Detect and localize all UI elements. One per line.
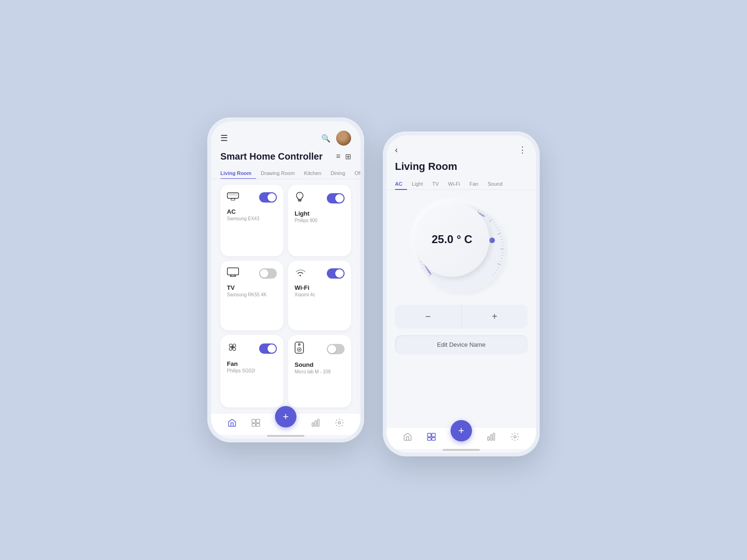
device-card-wifi: Wi-Fi Xiaomi 4c [288,261,351,330]
room-tabs: Living Room Drawing Room Kitchen Dining … [211,168,360,179]
svg-line-83 [498,264,500,265]
right-phone-inner: ‹ ⋮ Living Room AC Light TV Wi-Fi Fan So… [387,135,536,453]
search-icon[interactable]: 🔍 [321,134,331,143]
tab-kitchen[interactable]: Kitchen [299,168,326,179]
increase-button[interactable]: + [462,305,528,329]
svg-rect-17 [252,420,256,423]
right-nav-devices[interactable] [427,432,436,441]
header-right: 🔍 [321,131,351,146]
tab-dining[interactable]: Dining [326,168,350,179]
avatar[interactable] [336,131,351,146]
svg-line-80 [501,255,503,256]
menu-icon[interactable]: ☰ [220,133,228,143]
device-tab-light[interactable]: Light [407,178,428,189]
nav-home[interactable] [227,418,237,427]
svg-line-82 [500,261,502,262]
right-nav-stats[interactable] [486,432,496,441]
device-tabs: AC Light TV Wi-Fi Fan Sound [387,178,536,190]
device-card-ac: AC Samsung EX43 [220,185,283,256]
left-bottom-nav: + [211,413,360,435]
decrease-button[interactable]: − [395,305,461,329]
svg-line-73 [498,233,501,234]
fan-toggle[interactable] [259,343,277,354]
wifi-name: Wi-Fi [295,284,345,291]
svg-rect-7 [227,268,239,275]
right-screen: ‹ ⋮ Living Room AC Light TV Wi-Fi Fan So… [387,135,536,453]
thermostat-container: /* generated below */ 2 [387,197,536,427]
sound-toggle[interactable] [327,344,345,354]
device-card-light: Light Philips 900 [288,185,351,256]
minus-label: − [425,311,431,322]
device-tab-fan[interactable]: Fan [465,178,483,189]
svg-rect-19 [252,424,256,427]
temperature-controls: − + [395,305,528,329]
svg-point-16 [299,344,300,345]
device-card-fan: Fan Philips SG02I [220,335,283,407]
svg-line-86 [494,273,496,273]
svg-rect-18 [256,420,260,423]
light-name: Light [295,210,345,217]
tab-living-room[interactable]: Living Room [220,168,256,179]
left-phone: ☰ 🔍 Smart Home Controller ≡ ⊞ [207,118,364,442]
light-toggle[interactable] [327,193,345,203]
svg-rect-23 [317,420,319,427]
device-card-sound-top [295,342,345,357]
device-card-tv: TV Samsung RK55 4K [220,261,283,330]
right-nav-home[interactable] [403,432,412,441]
tv-model: Samsung RK55 4K [227,292,277,297]
svg-point-95 [514,436,516,438]
ac-model: Samsung EX43 [227,216,277,221]
light-icon [295,191,305,205]
temperature-dial[interactable]: /* generated below */ 2 [415,202,508,295]
right-home-indicator [443,449,480,451]
svg-rect-21 [312,423,313,427]
left-screen: ☰ 🔍 Smart Home Controller ≡ ⊞ [211,121,360,439]
phones-container: ☰ 🔍 Smart Home Controller ≡ ⊞ [207,104,540,456]
temp-unit: ° C [457,233,472,245]
left-phone-inner: ☰ 🔍 Smart Home Controller ≡ ⊞ [211,121,360,439]
device-card-tv-top [227,267,277,280]
list-icon[interactable]: ≡ [336,152,340,161]
sound-icon [295,342,304,357]
svg-rect-88 [428,434,431,437]
right-nav-settings[interactable] [510,432,520,441]
ac-toggle[interactable] [259,192,277,203]
device-tab-wifi[interactable]: Wi-Fi [444,178,465,189]
device-tab-tv[interactable]: TV [428,178,444,189]
wifi-toggle[interactable] [327,268,345,279]
svg-line-87 [493,275,494,276]
home-indicator [267,435,304,437]
svg-line-28 [429,274,431,276]
tab-off[interactable]: Off [350,168,360,179]
tv-toggle[interactable] [259,268,277,279]
grid-icon[interactable]: ⊞ [345,152,351,161]
right-fab-add-button[interactable]: + [451,420,472,441]
nav-stats[interactable] [311,418,320,427]
tv-icon [227,267,239,280]
device-tab-sound[interactable]: Sound [483,178,507,189]
right-bottom-nav: + [387,427,536,449]
svg-line-72 [498,230,500,231]
app-title: Smart Home Controller [220,151,323,162]
room-title: Living Room [387,161,536,178]
temp-value: 25.0 [432,233,454,245]
edit-device-name-button[interactable]: Edit Device Name [395,335,528,354]
back-button[interactable]: ‹ [395,145,398,155]
devices-grid: AC Samsung EX43 [211,179,360,413]
fab-add-button[interactable]: + [275,406,296,427]
device-card-light-top [295,191,345,205]
tab-drawing-room[interactable]: Drawing Room [256,168,300,179]
svg-line-32 [422,264,424,265]
dial-inner: 25.0 ° C [415,202,489,277]
nav-devices[interactable] [251,418,261,427]
device-tab-ac[interactable]: AC [395,178,407,189]
svg-line-67 [488,217,490,218]
more-button[interactable]: ⋮ [518,145,528,155]
nav-settings[interactable] [335,418,344,427]
svg-line-65 [483,213,484,215]
svg-rect-90 [428,438,431,441]
plus-label: + [492,311,497,322]
temperature-display: 25.0 ° C [432,233,472,246]
svg-line-85 [496,270,497,271]
svg-line-74 [500,236,502,237]
